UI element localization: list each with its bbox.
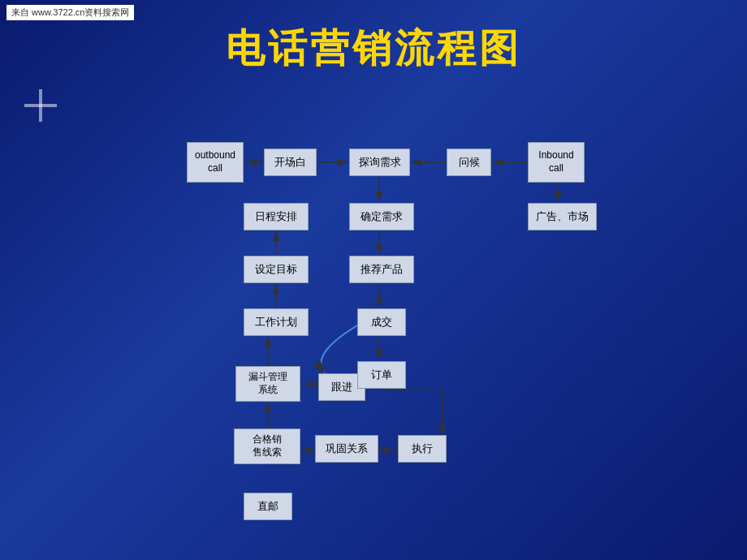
flowchart: outbound call 开场白 探询需求 问候 Inboundcall 日程… [187, 126, 739, 540]
box-inbound: Inboundcall [528, 142, 585, 183]
watermark: 来自 www.3722.cn资料搜索网 [6, 5, 134, 20]
box-tanxun: 探询需求 [349, 149, 410, 176]
box-chengjiao: 成交 [357, 308, 406, 336]
box-loudou: 漏斗管理系统 [235, 366, 300, 402]
box-dingdan: 订单 [357, 361, 406, 389]
box-tuijian: 推荐产品 [349, 256, 414, 283]
box-zhixing: 执行 [398, 435, 447, 463]
box-gongzuo: 工作计划 [244, 308, 309, 336]
box-wenhou: 问候 [447, 149, 491, 176]
box-zhiyou: 直邮 [244, 493, 292, 520]
decorative-cross [24, 89, 57, 122]
box-sheding: 设定目标 [244, 256, 309, 283]
box-kaichang: 开场白 [264, 149, 317, 176]
box-outbound: outbound call [187, 142, 244, 183]
box-queding: 确定需求 [349, 203, 414, 230]
box-guanggao: 广告、市场 [528, 203, 597, 230]
box-hege: 合格销售线索 [234, 429, 300, 464]
box-gonggu: 巩固关系 [315, 435, 378, 463]
box-richeng: 日程安排 [244, 203, 309, 230]
